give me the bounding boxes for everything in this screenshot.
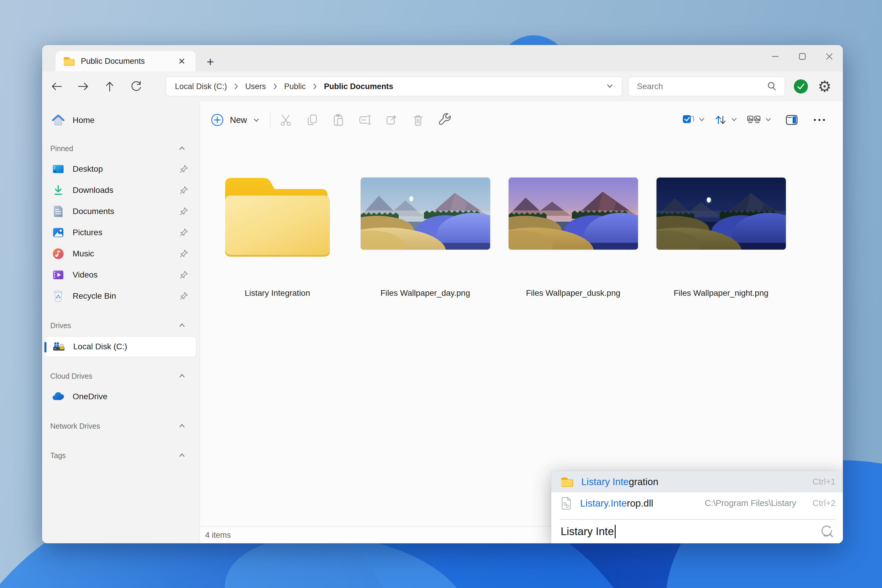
desktop-icon bbox=[51, 162, 65, 176]
chevron-up-icon[interactable] bbox=[178, 144, 186, 153]
file-tile-wallpaper-night[interactable]: Files Wallpaper_night.png bbox=[647, 168, 795, 298]
query-text: Listary Inte bbox=[561, 525, 614, 538]
sidebar-item-desktop[interactable]: Desktop bbox=[42, 159, 200, 180]
pin-icon[interactable] bbox=[179, 164, 189, 174]
chevron-up-icon[interactable] bbox=[178, 372, 186, 380]
new-button-label: New bbox=[230, 115, 247, 125]
breadcrumb-segment[interactable]: Public bbox=[284, 82, 306, 91]
file-name: Listary Integration bbox=[244, 288, 310, 298]
file-tile-listary-integration[interactable]: Listary Integration bbox=[204, 168, 351, 298]
onedrive-icon bbox=[51, 390, 65, 404]
breadcrumb-current[interactable]: Public Documents bbox=[324, 82, 393, 91]
forward-button[interactable] bbox=[77, 80, 90, 93]
sidebar-item-label: Home bbox=[73, 116, 189, 125]
sidebar-item-music[interactable]: Music bbox=[42, 243, 200, 264]
sidebar-item-videos[interactable]: Videos bbox=[42, 264, 200, 285]
sidebar-item-local-disk-c[interactable]: Local Disk (C:) bbox=[44, 336, 196, 357]
sidebar-item-label: Downloads bbox=[73, 186, 179, 195]
file-tile-wallpaper-dusk[interactable]: Files Wallpaper_dusk.png bbox=[499, 168, 647, 298]
files-grid: Listary Integration bbox=[200, 138, 843, 526]
pin-icon[interactable] bbox=[179, 270, 189, 280]
sidebar-section-drives[interactable]: Drives bbox=[42, 315, 200, 336]
health-check-button[interactable] bbox=[794, 80, 808, 93]
preview-pane-button[interactable] bbox=[784, 113, 799, 127]
settings-gear-icon[interactable]: ⚙ bbox=[818, 79, 831, 94]
delete-button[interactable] bbox=[411, 113, 425, 127]
close-window-button[interactable] bbox=[816, 45, 843, 68]
new-button[interactable]: New bbox=[208, 113, 263, 127]
image-thumbnail-dusk bbox=[508, 178, 638, 250]
sidebar-item-home[interactable]: Home bbox=[42, 110, 200, 131]
pin-icon[interactable] bbox=[179, 249, 189, 259]
listary-result-dll[interactable]: Listary.Interop.dll C:\Program Files\Lis… bbox=[551, 492, 843, 514]
refresh-button[interactable] bbox=[130, 80, 142, 93]
tools-wrench-button[interactable] bbox=[438, 113, 452, 127]
up-button[interactable] bbox=[103, 80, 116, 93]
more-options-button[interactable] bbox=[812, 113, 826, 127]
file-name: Files Wallpaper_day.png bbox=[380, 288, 470, 298]
share-button[interactable] bbox=[384, 113, 399, 127]
paste-button[interactable] bbox=[332, 113, 346, 127]
sidebar-item-label: Documents bbox=[73, 207, 179, 216]
select-dropdown-chevron-icon[interactable] bbox=[698, 115, 706, 124]
pin-icon[interactable] bbox=[179, 291, 189, 301]
sidebar-item-onedrive[interactable]: OneDrive bbox=[42, 386, 200, 407]
recycle-bin-icon bbox=[51, 289, 65, 303]
breadcrumb-segment[interactable]: Users bbox=[245, 82, 266, 91]
downloads-icon bbox=[51, 183, 65, 197]
tab-bar: Public Documents ✕ + bbox=[42, 45, 843, 72]
search-placeholder: Search bbox=[637, 82, 766, 91]
sidebar-item-label: Videos bbox=[73, 270, 179, 280]
chevron-up-icon[interactable] bbox=[178, 422, 186, 430]
sidebar-item-pictures[interactable]: Pictures bbox=[42, 222, 200, 243]
search-input[interactable]: Search bbox=[628, 76, 785, 96]
cut-button[interactable] bbox=[279, 113, 293, 127]
breadcrumb-segment[interactable]: Local Disk (C:) bbox=[175, 82, 227, 91]
sort-dropdown-chevron-icon[interactable] bbox=[730, 115, 738, 124]
sidebar: Home Pinned Desktop Downloads bbox=[42, 101, 200, 543]
sidebar-item-label: OneDrive bbox=[73, 392, 189, 401]
rename-button[interactable] bbox=[358, 113, 372, 127]
layout-view-button[interactable] bbox=[746, 113, 762, 127]
pin-icon[interactable] bbox=[179, 185, 189, 195]
chevron-up-icon[interactable] bbox=[178, 321, 186, 330]
sidebar-section-pinned[interactable]: Pinned bbox=[42, 138, 200, 159]
file-tile-wallpaper-day[interactable]: Files Wallpaper_day.png bbox=[351, 168, 499, 298]
maximize-button[interactable] bbox=[789, 45, 816, 68]
sort-button[interactable] bbox=[714, 113, 728, 127]
pin-icon[interactable] bbox=[179, 206, 189, 216]
music-icon bbox=[51, 247, 65, 261]
sidebar-item-downloads[interactable]: Downloads bbox=[42, 180, 200, 201]
documents-icon bbox=[51, 205, 65, 218]
plus-circle-icon bbox=[210, 113, 224, 127]
toolbar: New bbox=[200, 101, 843, 138]
listary-result-folder[interactable]: Listary Integration Ctrl+1 bbox=[551, 471, 843, 492]
folder-icon bbox=[63, 57, 74, 66]
sidebar-item-label: Music bbox=[73, 249, 179, 258]
chevron-up-icon[interactable] bbox=[178, 451, 186, 460]
address-dropdown-chevron-icon[interactable] bbox=[605, 81, 614, 92]
listary-search-input[interactable]: Listary Inte bbox=[551, 520, 843, 543]
breadcrumb[interactable]: Local Disk (C:) Users Public Public Docu… bbox=[165, 76, 622, 96]
sidebar-section-cloud-drives[interactable]: Cloud Drives bbox=[42, 366, 200, 386]
result-shortcut: Ctrl+2 bbox=[807, 498, 836, 508]
copy-button[interactable] bbox=[305, 113, 319, 127]
sidebar-section-tags[interactable]: Tags bbox=[42, 446, 200, 465]
sidebar-item-recycle-bin[interactable]: Recycle Bin bbox=[42, 285, 200, 307]
back-button[interactable] bbox=[50, 80, 63, 93]
layout-dropdown-chevron-icon[interactable] bbox=[764, 115, 772, 124]
tab-public-documents[interactable]: Public Documents ✕ bbox=[56, 51, 195, 72]
new-tab-button[interactable]: + bbox=[207, 55, 214, 72]
select-button[interactable] bbox=[681, 113, 695, 127]
items-count: 4 items bbox=[205, 531, 231, 540]
minimize-button[interactable] bbox=[762, 45, 789, 68]
tab-close-icon[interactable]: ✕ bbox=[175, 56, 189, 66]
sidebar-item-documents[interactable]: Documents bbox=[42, 201, 200, 222]
pin-icon[interactable] bbox=[179, 228, 189, 237]
listary-popup: Listary Integration Ctrl+1 Listary.Inter… bbox=[551, 471, 843, 543]
listary-logo-icon bbox=[819, 524, 835, 540]
file-name: Files Wallpaper_dusk.png bbox=[526, 288, 620, 298]
selection-accent-bar bbox=[44, 342, 46, 352]
sidebar-section-network-drives[interactable]: Network Drives bbox=[42, 416, 200, 436]
local-disk-icon bbox=[52, 340, 66, 353]
